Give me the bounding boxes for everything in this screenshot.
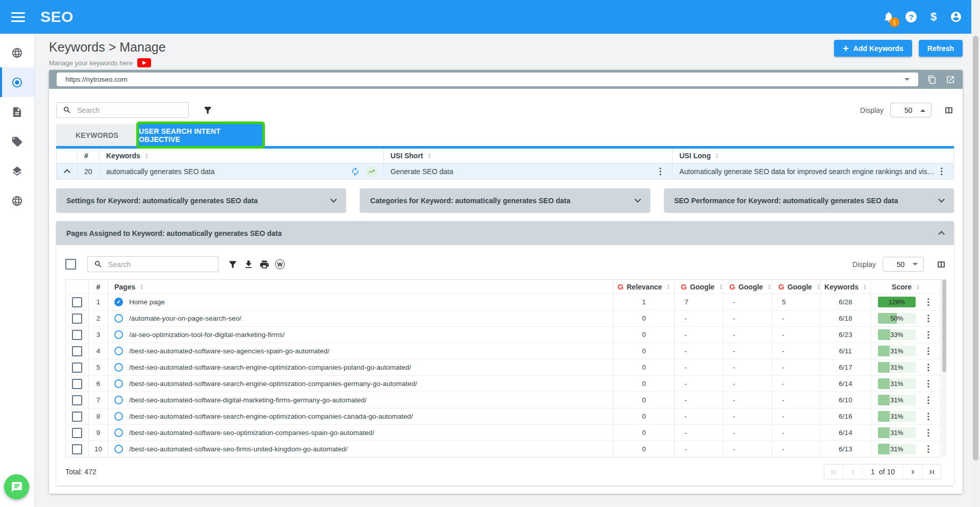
chart-icon[interactable] xyxy=(366,166,377,177)
row-menu-button[interactable] xyxy=(923,445,934,453)
col-header-usi-long[interactable]: USI Long xyxy=(672,149,953,163)
page-scrollbar[interactable] xyxy=(971,0,980,507)
external-link-icon[interactable] xyxy=(946,75,955,84)
col-header-google-3[interactable]: GGoogle xyxy=(772,280,820,294)
page-select-radio[interactable] xyxy=(114,314,123,323)
columns-icon[interactable] xyxy=(943,105,954,115)
row-checkbox[interactable] xyxy=(72,313,82,324)
page-link[interactable]: /best-seo-automated-software-seo-optimiz… xyxy=(129,429,374,437)
row-checkbox[interactable] xyxy=(72,297,82,307)
row-checkbox[interactable] xyxy=(72,444,82,454)
page-select-radio[interactable] xyxy=(114,347,123,355)
row-checkbox[interactable] xyxy=(72,363,82,373)
display-count-select[interactable]: 50 xyxy=(890,103,932,117)
row-menu-button[interactable] xyxy=(923,412,934,421)
col-header-num[interactable]: # xyxy=(77,149,99,163)
help-button[interactable]: ? xyxy=(904,10,918,23)
sync-icon[interactable] xyxy=(351,167,360,176)
page-link[interactable]: /best-seo-automated-software-seo-firms-u… xyxy=(129,445,348,453)
page-select-radio[interactable] xyxy=(114,298,123,306)
row-menu-button[interactable] xyxy=(923,363,934,372)
page-select-radio[interactable] xyxy=(114,379,123,388)
page-select-radio[interactable] xyxy=(114,330,123,339)
col-header-relevance[interactable]: GRelevance xyxy=(613,280,674,294)
table-scrollbar[interactable] xyxy=(942,279,946,456)
last-page-button[interactable] xyxy=(922,465,941,479)
next-page-button[interactable] xyxy=(903,465,922,479)
notifications-button[interactable]: 1 xyxy=(882,10,895,23)
refresh-button[interactable]: Refresh xyxy=(919,40,963,57)
page-link[interactable]: /ai-seo-optimization-tool-for-digital-ma… xyxy=(129,331,285,339)
row-checkbox[interactable] xyxy=(72,412,82,422)
row-checkbox[interactable] xyxy=(72,346,82,356)
col-header-pages[interactable]: Pages xyxy=(108,280,613,294)
page-link[interactable]: /best-seo-automated-software-search-engi… xyxy=(129,364,411,371)
page-link[interactable]: Home page xyxy=(129,298,165,306)
page-link[interactable]: /best-seo-automated-software-search-engi… xyxy=(129,380,417,388)
tab-keywords[interactable]: KEYWORDS xyxy=(56,124,138,146)
row-menu-button[interactable] xyxy=(923,428,934,437)
filter-icon[interactable] xyxy=(202,105,213,115)
col-header-keywords[interactable]: Keywords xyxy=(99,149,383,163)
seo-performance-panel-header[interactable]: SEO Performance for Keyword: automatical… xyxy=(664,188,954,212)
page-select-radio[interactable] xyxy=(114,445,123,453)
billing-button[interactable]: $ xyxy=(927,10,940,23)
filter-icon[interactable] xyxy=(227,259,238,270)
page-link[interactable]: /best-seo-automated-software-search-engi… xyxy=(129,413,413,420)
sidebar-item-learning[interactable] xyxy=(0,156,34,186)
tab-user-search-intent-objective[interactable]: USER SEARCH INTENT OBJECTIVE xyxy=(139,124,262,146)
row-checkbox[interactable] xyxy=(72,428,82,438)
page-select-radio[interactable] xyxy=(114,428,123,437)
add-keywords-button[interactable]: Add Keywords xyxy=(834,40,912,57)
col-header-usi-short[interactable]: USI Short xyxy=(383,149,672,163)
row-menu-button[interactable] xyxy=(936,167,947,176)
scrollbar-thumb[interactable] xyxy=(973,36,978,461)
sidebar-item-website[interactable] xyxy=(0,38,34,67)
row-menu-button[interactable] xyxy=(923,330,934,339)
pages-panel-header[interactable]: Pages Assigned to Keyword: automatically… xyxy=(56,221,954,245)
row-menu-button[interactable] xyxy=(923,347,934,355)
row-checkbox[interactable] xyxy=(72,395,82,405)
row-checkbox[interactable] xyxy=(72,379,82,389)
account-button[interactable] xyxy=(949,10,963,23)
menu-icon[interactable] xyxy=(11,10,25,25)
sidebar-item-keywords[interactable] xyxy=(0,67,34,97)
pages-display-count-select[interactable]: 50 xyxy=(883,257,924,272)
site-url-select[interactable] xyxy=(57,73,918,86)
youtube-icon[interactable] xyxy=(137,58,151,67)
wordpress-icon[interactable]: W xyxy=(275,259,285,270)
page-select-radio[interactable] xyxy=(114,396,123,404)
sidebar-item-global[interactable] xyxy=(0,186,34,215)
previous-page-button[interactable] xyxy=(843,465,862,479)
col-header-num[interactable]: # xyxy=(88,280,108,294)
col-header-google-2[interactable]: GGoogle xyxy=(723,280,772,294)
row-checkbox[interactable] xyxy=(72,330,82,340)
page-select-radio[interactable] xyxy=(114,412,123,421)
sidebar-item-pages[interactable] xyxy=(0,97,34,127)
collapse-row-button[interactable] xyxy=(57,163,77,179)
first-page-button[interactable] xyxy=(824,465,843,479)
page-link[interactable]: /automate-your-on-page-search-seo/ xyxy=(129,315,241,322)
row-menu-button[interactable] xyxy=(923,298,934,306)
columns-icon[interactable] xyxy=(936,259,946,270)
col-header-keywords[interactable]: Keywords xyxy=(820,280,870,294)
download-icon[interactable] xyxy=(243,259,254,270)
settings-panel-header[interactable]: Settings for Keyword: automatically gene… xyxy=(56,188,346,212)
site-url-value[interactable] xyxy=(65,76,904,83)
select-all-checkbox[interactable] xyxy=(65,259,76,270)
copy-icon[interactable] xyxy=(927,75,937,84)
col-header-score[interactable]: Score xyxy=(870,280,941,294)
row-menu-button[interactable] xyxy=(923,379,934,388)
row-menu-button[interactable] xyxy=(655,167,666,176)
categories-panel-header[interactable]: Categories for Keyword: automatically ge… xyxy=(360,188,650,212)
print-icon[interactable] xyxy=(259,259,270,270)
col-header-google-1[interactable]: GGoogle xyxy=(674,280,723,294)
pages-search-input[interactable] xyxy=(108,260,212,269)
page-link[interactable]: /best-seo-automated-software-seo-agencie… xyxy=(129,347,329,355)
page-select-radio[interactable] xyxy=(114,363,123,372)
row-menu-button[interactable] xyxy=(923,314,934,323)
sidebar-item-tags[interactable] xyxy=(0,127,34,156)
chat-widget-button[interactable] xyxy=(4,474,29,499)
search-input[interactable] xyxy=(77,106,182,114)
page-link[interactable]: /best-seo-automated-software-digital-mar… xyxy=(129,396,366,404)
